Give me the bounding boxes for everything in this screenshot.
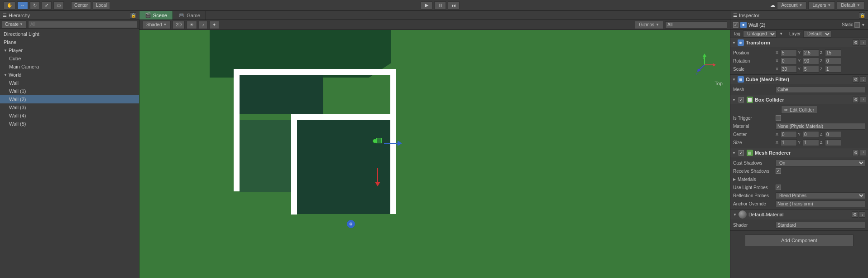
cast-shadows-dropdown[interactable]: On [776, 160, 865, 166]
scale-z-input[interactable] [825, 66, 841, 73]
static-dropdown-icon[interactable]: ▼ [861, 23, 865, 27]
add-component-btn[interactable]: Add Component [745, 234, 854, 246]
player-label: Player [9, 48, 23, 53]
hier-item-world[interactable]: ▼ World [0, 71, 139, 79]
center-x-input[interactable] [781, 131, 797, 138]
gizmos-dropdown[interactable]: Gizmos ▼ [635, 21, 663, 29]
tool-scale[interactable]: ⤢ [42, 1, 52, 10]
hier-item-cube[interactable]: Cube [0, 54, 139, 63]
step-button[interactable]: ⏭ [448, 1, 460, 10]
center-y-input[interactable] [803, 131, 819, 138]
box-collider-enabled-checkbox[interactable] [739, 97, 744, 102]
box-collider-header[interactable]: ▼ ⬜ Box Collider ⚙ ⋮ [730, 95, 868, 104]
reflection-probes-dropdown[interactable]: Blend Probes [776, 192, 865, 199]
edit-collider-btn[interactable]: ✏ Edit Collider [781, 106, 817, 114]
rot-x-input[interactable] [781, 58, 797, 64]
pos-x-input[interactable] [781, 49, 797, 56]
object-active-checkbox[interactable] [733, 22, 739, 28]
tool-rotate[interactable]: ↻ [30, 1, 40, 10]
tab-game[interactable]: 🎮 Game [173, 11, 206, 20]
twod-btn[interactable]: 2D [173, 21, 185, 29]
scale-x-input[interactable] [781, 66, 797, 73]
mesh-filter-settings-btn[interactable]: ⚙ [853, 76, 859, 83]
use-light-probes-checkbox[interactable] [776, 185, 781, 190]
center-z-input[interactable] [825, 131, 841, 138]
gizmos-search-input[interactable] [667, 22, 725, 27]
shader-input[interactable] [776, 222, 865, 229]
account-dropdown[interactable]: Account ▼ [777, 1, 806, 10]
pivot-center-btn[interactable]: Center [71, 1, 91, 10]
pos-y-field: Y [798, 49, 819, 56]
is-trigger-checkbox[interactable] [776, 115, 781, 121]
fx-btn[interactable]: ✦ [209, 21, 219, 29]
tool-move[interactable]: ↔ [17, 1, 28, 10]
hier-item-wall-5[interactable]: Wall (5) [0, 120, 139, 128]
layer-dropdown[interactable]: Default [803, 30, 831, 38]
wall-left-vertical [234, 69, 240, 191]
hierarchy-lock-btn[interactable]: 🔒 [130, 12, 136, 19]
mesh-renderer-header[interactable]: ▼ ▤ Mesh Renderer ⚙ ⋮ [730, 148, 868, 157]
layers-dropdown[interactable]: Layers ▼ [808, 1, 835, 10]
lighting-btn[interactable]: ☀ [187, 21, 197, 29]
tag-dropdown[interactable]: Untagged [743, 30, 777, 38]
tag-layer-row: Tag Untagged ▼ Layer Default [730, 30, 868, 38]
pos-y-input[interactable] [803, 49, 819, 56]
pause-button[interactable]: ⏸ [434, 1, 446, 10]
object-type-icon: ■ [740, 22, 747, 28]
scale-y-input[interactable] [803, 66, 819, 73]
rot-z-input[interactable] [825, 58, 841, 64]
material-settings-btn[interactable]: ⚙ [852, 211, 858, 218]
mesh-renderer-settings-btn[interactable]: ⚙ [853, 150, 859, 156]
collider-material-input[interactable] [776, 123, 865, 130]
box-collider-settings-btn[interactable]: ⚙ [853, 97, 859, 103]
box-collider-overflow-btn[interactable]: ⋮ [860, 97, 866, 103]
svg-text:Z: Z [695, 72, 698, 76]
cast-shadows-label: Cast Shadows [733, 161, 774, 166]
mesh-filter-header[interactable]: ▼ ▦ Cube (Mesh Filter) ⚙ ⋮ [730, 75, 868, 84]
size-x-input[interactable] [781, 139, 797, 146]
wall5-label: Wall (5) [9, 121, 26, 127]
audio-btn[interactable]: ♪ [199, 21, 207, 29]
wall2-label: Wall (2) [9, 97, 26, 102]
mesh-renderer-enabled-checkbox[interactable] [739, 150, 744, 156]
material-overflow-btn[interactable]: ⋮ [859, 211, 865, 218]
size-z-input[interactable] [825, 139, 841, 146]
pos-z-input[interactable] [825, 49, 841, 56]
hier-item-directional-light[interactable]: Directional Light [0, 30, 139, 38]
hier-item-player[interactable]: ▼ Player [0, 46, 139, 54]
wall4-label: Wall (4) [9, 113, 26, 118]
size-y-input[interactable] [803, 139, 819, 146]
inspector-panel: ☰ Inspector 🔒 ■ Wall (2) Static ▼ Tag Un… [730, 11, 868, 278]
hier-item-wall[interactable]: Wall [0, 79, 139, 87]
hier-item-main-camera[interactable]: Main Camera [0, 63, 139, 71]
default-layout-dropdown[interactable]: Default ▼ [837, 1, 864, 10]
tool-rect[interactable]: ▭ [53, 1, 64, 10]
tab-scene[interactable]: 🎬 Scene [139, 11, 173, 20]
transform-header[interactable]: ▼ ⊕ Transform ⚙ ⋮ [730, 38, 868, 47]
material-header[interactable]: ▼ Default-Material ⚙ ⋮ [730, 210, 868, 219]
pivot-local-btn[interactable]: Local [93, 1, 110, 10]
inspector-lock-btn[interactable]: 🔒 [859, 12, 865, 19]
hier-item-plane[interactable]: Plane [0, 38, 139, 46]
rot-y-input[interactable] [803, 58, 819, 64]
hier-item-wall-1[interactable]: Wall (1) [0, 87, 139, 95]
hier-item-wall-3[interactable]: Wall (3) [0, 103, 139, 112]
transform-settings-btn[interactable]: ⚙ [853, 39, 859, 46]
mesh-renderer-overflow-btn[interactable]: ⋮ [860, 150, 866, 156]
hierarchy-search-input[interactable] [30, 22, 135, 27]
box-collider-title: Box Collider [755, 97, 851, 102]
shaded-dropdown[interactable]: Shaded ▼ [142, 21, 171, 29]
anchor-override-input[interactable] [776, 200, 865, 207]
hier-item-wall-4[interactable]: Wall (4) [0, 112, 139, 120]
hierarchy-create-btn[interactable]: Create ▼ [2, 20, 26, 29]
hier-item-wall-2[interactable]: Wall (2) [0, 95, 139, 103]
play-button[interactable]: ▶ [421, 1, 432, 10]
mesh-filter-overflow-btn[interactable]: ⋮ [860, 76, 866, 83]
tool-hand[interactable]: ✋ [4, 1, 15, 10]
mesh-value-input[interactable] [776, 86, 865, 93]
scene-viewport[interactable]: Y X Z Top [139, 30, 730, 278]
edit-collider-row: ✏ Edit Collider [733, 106, 865, 114]
static-checkbox[interactable] [854, 22, 860, 28]
transform-overflow-btn[interactable]: ⋮ [860, 39, 866, 46]
receive-shadows-checkbox[interactable] [776, 168, 781, 174]
